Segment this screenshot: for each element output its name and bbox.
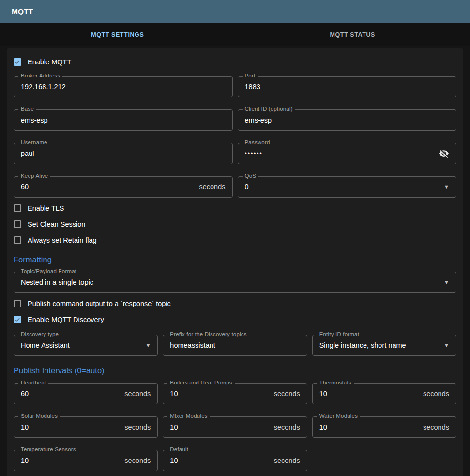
temperature-sensors-interval-field[interactable]: Temperature Sensors 10 seconds: [14, 450, 158, 471]
options-checkbox-group: Enable TLS Set Clean Session Always set …: [14, 203, 456, 245]
toggle-password-visibility-button[interactable]: [439, 148, 449, 159]
checkbox-label: Always set Retain flag: [28, 236, 97, 244]
dropdown-arrow-icon: ▼: [145, 342, 151, 348]
field-label: Water Modules: [317, 413, 361, 419]
field-value: 1883: [245, 83, 450, 91]
username-field[interactable]: Username paul: [14, 143, 233, 164]
keepalive-qos-row: Keep Alive 60 seconds QoS 0 ▼: [14, 176, 456, 198]
thermostats-interval-field[interactable]: Thermostats 10 seconds: [312, 383, 456, 404]
field-label: QoS: [243, 173, 259, 179]
field-suffix: seconds: [274, 457, 300, 464]
field-suffix: seconds: [423, 390, 449, 398]
empty-cell: [312, 450, 456, 471]
field-value: Single instance, short name: [319, 341, 440, 349]
checkbox-label: Enable MQTT: [28, 58, 71, 66]
field-label: Topic/Payload Format: [18, 268, 79, 274]
dropdown-arrow-icon: ▼: [444, 184, 449, 190]
topic-format-row: Topic/Payload Format Nested in a single …: [14, 272, 456, 293]
field-label: Default: [167, 446, 191, 452]
field-value: homeassistant: [170, 341, 300, 349]
base-field[interactable]: Base ems-esp: [14, 109, 233, 131]
default-interval-field[interactable]: Default 10 seconds: [163, 450, 307, 471]
tab-mqtt-status[interactable]: MQTT STATUS: [235, 23, 470, 46]
field-value: 10: [170, 423, 270, 431]
field-suffix: seconds: [199, 183, 225, 191]
checkbox-unchecked-icon: [14, 204, 21, 212]
entity-id-format-select[interactable]: Entity ID format Single instance, short …: [312, 335, 456, 356]
checkbox-label: Enable TLS: [28, 204, 64, 212]
checkbox-label: Enable MQTT Discovery: [28, 316, 104, 323]
intervals-row-3: Temperature Sensors 10 seconds Default 1…: [14, 450, 456, 471]
discovery-type-select[interactable]: Discovery type Home Assistant ▼: [14, 335, 158, 356]
field-value: 10: [21, 423, 121, 431]
page-title: MQTT: [12, 7, 33, 16]
credentials-row: Username paul Password ••••••: [14, 143, 456, 164]
field-label: Password: [243, 139, 273, 145]
tab-mqtt-settings[interactable]: MQTT SETTINGS: [0, 23, 235, 46]
field-value: 10: [21, 457, 121, 464]
tab-bar: MQTT SETTINGS MQTT STATUS: [0, 23, 470, 46]
checkbox-checked-icon: [14, 58, 21, 66]
field-label: Thermostats: [317, 380, 354, 385]
intervals-row-1: Heartbeat 60 seconds Boilers and Heat Pu…: [14, 383, 456, 404]
field-value: 60: [21, 390, 121, 398]
port-field[interactable]: Port 1883: [238, 76, 457, 97]
mqtt-settings-panel: Enable MQTT Broker Address 192.168.1.212…: [7, 48, 463, 476]
field-label: Username: [18, 139, 50, 145]
field-label: Broker Address: [18, 73, 62, 78]
discovery-prefix-field[interactable]: Prefix for the Discovery topics homeassi…: [163, 335, 307, 356]
field-value: 0: [245, 183, 440, 191]
field-value: 10: [319, 390, 419, 398]
retain-flag-checkbox[interactable]: Always set Retain flag: [14, 235, 456, 245]
field-suffix: seconds: [423, 423, 449, 431]
broker-port-row: Broker Address 192.168.1.212 Port 1883: [14, 76, 456, 97]
checkmark-icon: [15, 59, 20, 65]
field-suffix: seconds: [124, 457, 151, 464]
checkbox-label: Set Clean Session: [28, 220, 85, 228]
broker-address-field[interactable]: Broker Address 192.168.1.212: [14, 76, 233, 97]
field-label: Prefix for the Discovery topics: [167, 331, 249, 337]
password-field[interactable]: Password ••••••: [238, 143, 457, 164]
publish-response-checkbox[interactable]: Publish command output to a `response` t…: [14, 299, 456, 308]
field-value: 10: [319, 423, 419, 431]
mixer-interval-field[interactable]: Mixer Modules 10 seconds: [163, 416, 307, 438]
discovery-row: Discovery type Home Assistant ▼ Prefix f…: [14, 335, 456, 356]
field-label: Solar Modules: [18, 413, 60, 419]
tab-label: MQTT SETTINGS: [91, 31, 144, 38]
field-suffix: seconds: [274, 390, 300, 398]
field-value: ••••••: [245, 150, 435, 157]
field-label: Port: [243, 73, 258, 78]
checkbox-checked-icon: [14, 316, 21, 323]
field-label: Entity ID format: [317, 331, 362, 337]
field-value: 10: [170, 390, 270, 398]
topic-payload-format-select[interactable]: Topic/Payload Format Nested in a single …: [14, 272, 456, 293]
field-value: 10: [170, 457, 270, 464]
checkbox-label: Publish command output to a `response` t…: [28, 300, 171, 307]
client-id-field[interactable]: Client ID (optional) ems-esp: [238, 109, 457, 131]
keep-alive-field[interactable]: Keep Alive 60 seconds: [14, 176, 233, 198]
clean-session-checkbox[interactable]: Set Clean Session: [14, 219, 456, 229]
enable-discovery-checkbox[interactable]: Enable MQTT Discovery: [14, 315, 456, 324]
water-interval-field[interactable]: Water Modules 10 seconds: [312, 416, 456, 438]
field-value: 60: [21, 183, 195, 191]
qos-select[interactable]: QoS 0 ▼: [238, 176, 457, 198]
field-label: Discovery type: [18, 331, 61, 337]
field-value: Nested in a single topic: [21, 278, 440, 286]
field-label: Base: [18, 106, 36, 112]
field-label: Keep Alive: [18, 173, 50, 179]
field-value: 192.168.1.212: [21, 83, 226, 91]
enable-mqtt-checkbox[interactable]: Enable MQTT: [14, 57, 456, 67]
heartbeat-interval-field[interactable]: Heartbeat 60 seconds: [14, 383, 158, 404]
field-label: Heartbeat: [18, 380, 48, 385]
enable-tls-checkbox[interactable]: Enable TLS: [14, 203, 456, 213]
intervals-row-2: Solar Modules 10 seconds Mixer Modules 1…: [14, 416, 456, 438]
field-label: Client ID (optional): [243, 106, 295, 112]
field-value: ems-esp: [245, 116, 450, 124]
dropdown-arrow-icon: ▼: [444, 279, 449, 285]
formatting-section-heading: Formatting: [14, 255, 456, 264]
base-clientid-row: Base ems-esp Client ID (optional) ems-es…: [14, 109, 456, 131]
boilers-interval-field[interactable]: Boilers and Heat Pumps 10 seconds: [163, 383, 307, 404]
checkbox-unchecked-icon: [14, 220, 21, 228]
field-suffix: seconds: [124, 423, 151, 431]
solar-interval-field[interactable]: Solar Modules 10 seconds: [14, 416, 158, 438]
